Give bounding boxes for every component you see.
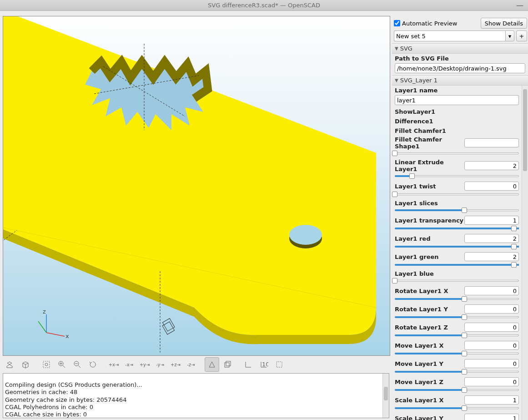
cube-icon[interactable] <box>18 357 33 372</box>
3d-viewport[interactable]: z x <box>3 16 390 356</box>
zoom-all-icon[interactable] <box>39 357 54 372</box>
view-plus-z-icon[interactable]: +z⇥ <box>168 357 183 372</box>
param-input[interactable] <box>464 359 519 368</box>
view-plus-x-icon[interactable]: +x⇥ <box>106 357 121 372</box>
console-scrollbar[interactable] <box>382 374 389 418</box>
param-input[interactable] <box>464 377 519 386</box>
param-slider[interactable] <box>395 332 519 339</box>
param-row: Layer1 slices <box>392 199 522 207</box>
param-input[interactable] <box>464 182 519 191</box>
layer1name-label: Layer1 name <box>392 86 522 95</box>
param-label: Layer1 transparency <box>395 217 464 224</box>
param-slider[interactable] <box>395 387 519 393</box>
difference1-label: Difference1 <box>392 116 522 126</box>
svg-text:x: x <box>65 333 69 339</box>
zoom-out-icon[interactable] <box>70 357 85 372</box>
svg-path-input[interactable] <box>395 63 525 73</box>
svg-rect-14 <box>43 361 50 368</box>
orthographic-icon[interactable] <box>220 357 235 372</box>
param-input[interactable] <box>464 323 519 332</box>
add-preset-button[interactable]: + <box>516 30 527 41</box>
preview-icon[interactable] <box>3 357 17 372</box>
param-label: Rotate Layer1 Y <box>395 306 464 313</box>
param-row: Layer1 red <box>392 233 522 243</box>
param-input[interactable] <box>464 234 519 243</box>
layer1name-input[interactable] <box>395 95 519 105</box>
param-row: Layer1 transparency <box>392 215 522 225</box>
param-input[interactable] <box>464 216 519 225</box>
svg-line-21 <box>78 365 80 368</box>
panel-scrollbar[interactable] <box>522 86 528 420</box>
filletchamfer1-label: Fillet Chamfer1 <box>392 126 522 136</box>
param-slider[interactable] <box>395 314 519 320</box>
svg-text:10: 10 <box>262 361 268 368</box>
param-slider[interactable] <box>395 225 519 232</box>
chevron-down-icon[interactable]: ▾ <box>505 30 514 41</box>
view-plus-y-icon[interactable]: +y⇥ <box>137 357 152 372</box>
show-edges-icon[interactable] <box>272 357 287 372</box>
view-minus-x-icon[interactable]: -x⇥ <box>122 357 136 372</box>
param-slider[interactable] <box>395 207 519 213</box>
param-input[interactable] <box>464 138 519 147</box>
param-row: Rotate Layer1 Z <box>392 322 522 332</box>
view-minus-y-icon[interactable]: -y⇥ <box>153 357 167 372</box>
param-label: Fillet Chamfer Shape1 <box>395 136 464 150</box>
param-slider[interactable] <box>395 262 519 268</box>
param-label: Layer1 twist <box>395 183 464 190</box>
section-svg[interactable]: ▼SVG <box>392 43 528 54</box>
param-slider[interactable] <box>395 191 519 197</box>
zoom-in-icon[interactable] <box>55 357 69 372</box>
auto-preview-checkbox[interactable]: Automatic Preview <box>394 20 478 27</box>
toolbar-gap <box>0 11 528 16</box>
param-row: Linear Extrude Layer1 <box>392 158 522 173</box>
view-toolbar: +x⇥ -x⇥ +y⇥ -y⇥ +z⇥ -z⇥ 10 <box>0 356 392 373</box>
param-slider[interactable] <box>395 369 519 375</box>
showlayer1-label: ShowLayer1 <box>392 107 522 116</box>
param-slider[interactable] <box>395 296 519 302</box>
perspective-icon[interactable] <box>205 357 219 372</box>
param-label: Layer1 red <box>395 235 464 242</box>
scalemarkers-icon[interactable]: 10 <box>256 357 271 372</box>
param-slider[interactable] <box>395 350 519 357</box>
param-input[interactable] <box>464 304 519 314</box>
minimize-icon[interactable]: — <box>516 1 523 10</box>
param-label: Layer1 green <box>395 253 464 260</box>
section-svg-layer1[interactable]: ▼SVG_Layer 1 <box>392 75 528 86</box>
param-label: Move Layer1 Y <box>395 360 464 367</box>
param-row: Move Layer1 X <box>392 340 522 350</box>
param-input[interactable] <box>464 161 519 170</box>
svg-rect-30 <box>277 362 282 367</box>
param-slider[interactable] <box>395 243 519 250</box>
axes-icon[interactable] <box>241 357 256 372</box>
param-input[interactable] <box>464 395 519 405</box>
param-row: Rotate Layer1 Y <box>392 304 522 314</box>
viewport-render: z x <box>3 16 390 355</box>
window-title: SVG differenceR3.scad* — OpenSCAD <box>208 2 320 9</box>
param-row: Layer1 green <box>392 252 522 262</box>
param-label: Move Layer1 Z <box>395 379 464 385</box>
param-label: Scale Layer1 Y <box>395 415 464 420</box>
param-slider[interactable] <box>395 405 519 411</box>
param-row: Scale Layer1 X <box>392 395 522 405</box>
param-slider[interactable] <box>395 150 519 157</box>
svg-rect-24 <box>226 361 231 366</box>
svg-line-17 <box>63 365 65 368</box>
param-input[interactable] <box>464 252 519 261</box>
param-label: Layer1 slices <box>395 200 519 207</box>
param-slider[interactable] <box>395 173 519 179</box>
reset-view-icon[interactable] <box>85 357 100 372</box>
param-row: Rotate Layer1 X <box>392 286 522 296</box>
param-row: Move Layer1 Y <box>392 359 522 369</box>
view-minus-z-icon[interactable]: -z⇥ <box>184 357 198 372</box>
svg-line-10 <box>46 333 65 336</box>
param-input[interactable] <box>464 341 519 350</box>
svg-rect-23 <box>225 363 229 367</box>
param-input[interactable] <box>464 286 519 295</box>
param-slider[interactable] <box>395 278 519 284</box>
show-details-button[interactable]: Show Details <box>481 18 527 29</box>
param-label: Scale Layer1 X <box>395 397 464 404</box>
customizer-panel: Automatic Preview Show Details ▾ + ▼SVG … <box>392 16 528 420</box>
preset-combo[interactable]: ▾ <box>394 30 514 41</box>
param-input[interactable] <box>464 414 519 420</box>
param-label: Layer1 blue <box>395 270 519 277</box>
